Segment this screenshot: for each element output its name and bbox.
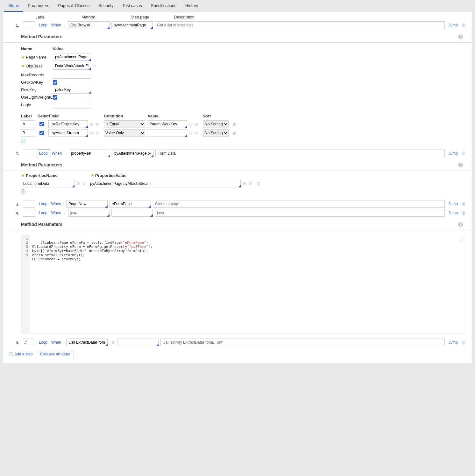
step-label-input[interactable] [23,21,35,29]
gear-icon[interactable]: ⚙ [248,181,252,186]
add-row-button[interactable]: + [21,139,25,143]
gear-icon[interactable]: ⚙ [93,64,97,68]
browse-label-input[interactable] [21,129,35,137]
browse-row: ⚙⚙ Is Equal ⚙⚙ No Sorting 🗑 [3,120,472,129]
step-page-input[interactable] [111,209,153,217]
tab-test-cases[interactable]: Test cases [118,0,146,12]
description-input[interactable] [155,209,445,217]
gear-icon[interactable]: ⚙ [111,340,115,345]
help-icon[interactable]: ? [458,222,463,227]
step-label-input[interactable] [23,339,35,346]
loop-link[interactable]: Loop [37,22,49,29]
browse-condition-select[interactable]: Is Equal [104,120,145,128]
step-label-input[interactable] [23,209,35,217]
collapse-all-button[interactable]: Collapse all steps [36,350,74,358]
trash-icon[interactable]: 🗑 [462,210,466,215]
loop-link[interactable]: Loop [37,209,49,216]
gear-icon[interactable]: ⚙ [90,122,94,127]
add-row-button[interactable]: + [21,189,25,194]
when-link[interactable]: When [52,151,62,156]
gear-icon[interactable]: ⚙ [195,131,199,136]
jump-link[interactable]: Jump [449,202,458,206]
browse-field-input[interactable] [48,120,88,128]
param-value-input[interactable] [53,53,91,61]
when-link[interactable]: When [51,23,61,27]
browse-select-checkbox[interactable] [39,122,44,126]
param-name: RowKey [21,88,36,92]
tab-parameters[interactable]: Parameters [23,0,53,12]
browse-value-input[interactable] [147,120,187,128]
description-input[interactable] [160,339,445,346]
jump-link[interactable]: Jump [449,151,458,156]
description-input[interactable] [155,150,445,157]
add-step-button[interactable]: +Add a step [9,352,32,356]
method-input[interactable] [69,150,110,157]
step-page-input[interactable] [110,200,151,208]
tab-history[interactable]: History [181,0,202,12]
trash-icon[interactable]: 🗑 [462,340,466,345]
loop-link[interactable]: Loop [37,339,49,346]
param-value-input[interactable] [53,62,91,70]
trash-icon[interactable]: 🗑 [462,23,466,28]
browse-sort-select[interactable]: No Sorting [203,120,229,128]
section-title: Method Parameters [21,222,458,227]
gear-icon[interactable]: ⚙ [96,131,99,136]
trash-icon[interactable]: 🗑 [256,181,260,186]
tab-pages-classes[interactable]: Pages & Classes [53,0,94,12]
browse-grid-header: Label Select Field Condition Value Sort [3,112,472,120]
tab-steps[interactable]: Steps [4,0,23,12]
step-page-input[interactable] [111,21,153,29]
method-input[interactable] [68,21,110,29]
loop-link[interactable]: Loop [37,200,49,207]
browse-sort-select[interactable]: No Sorting [203,129,229,137]
gear-icon[interactable]: ⚙ [96,122,99,127]
loop-link[interactable]: Loop [37,150,50,157]
gear-icon[interactable]: ⚙ [189,131,193,136]
param-value-input[interactable] [53,86,91,94]
description-input[interactable] [153,200,445,208]
step-page-input[interactable] [112,150,153,157]
trash-icon[interactable]: 🗑 [232,130,237,136]
gear-icon[interactable]: ⚙ [90,131,94,136]
description-input[interactable] [155,21,445,29]
jump-link[interactable]: Jump [449,23,458,27]
when-link[interactable]: When [51,211,61,215]
browse-label-input[interactable] [21,120,35,128]
tab-security[interactable]: Security [94,0,118,12]
browse-select-checkbox[interactable] [39,131,44,135]
browse-value-input[interactable] [147,129,187,137]
trash-icon[interactable]: 🗑 [232,122,237,127]
gear-icon[interactable]: ⚙ [195,122,199,127]
gear-icon[interactable]: ⚙ [82,181,86,186]
gear-icon[interactable]: ⚙ [76,181,80,186]
step-label-input[interactable] [23,150,35,157]
help-icon[interactable]: ? [458,34,463,39]
help-icon[interactable]: ? [458,163,463,167]
method-input[interactable] [66,339,108,346]
jump-link[interactable]: Jump [449,340,458,345]
method-input[interactable] [68,209,110,217]
java-code-editor[interactable]: 1 2 3 4 5 ⛶ClipboardPage eFormPg = tools… [21,235,466,333]
gear-icon[interactable]: ⚙ [189,122,193,127]
code-body[interactable]: ⛶ClipboardPage eFormPg = tools.findPage(… [30,235,466,333]
browse-condition-select[interactable]: Value Only [104,129,145,137]
step-page-input[interactable] [117,339,159,346]
trash-icon[interactable]: 🗑 [462,151,466,156]
browse-field-input[interactable] [48,129,88,137]
prop-name-input[interactable] [21,180,74,187]
param-checkbox[interactable] [53,80,57,85]
tab-specifications[interactable]: Specifications [146,0,181,12]
expand-icon[interactable]: ⛶ [459,237,463,242]
param-value-input[interactable] [53,101,91,108]
prop-value-input[interactable] [88,180,241,187]
method-input[interactable] [66,200,108,208]
jump-link[interactable]: Jump [449,211,458,215]
trash-icon[interactable]: 🗑 [462,201,466,206]
step-number: 2. [13,151,19,156]
param-value-input[interactable] [53,71,91,79]
param-checkbox[interactable] [53,95,57,100]
when-link[interactable]: When [51,202,61,206]
step-label-input[interactable] [23,200,35,208]
when-link[interactable]: When [51,340,61,345]
gear-icon[interactable]: ⚙ [243,181,246,186]
